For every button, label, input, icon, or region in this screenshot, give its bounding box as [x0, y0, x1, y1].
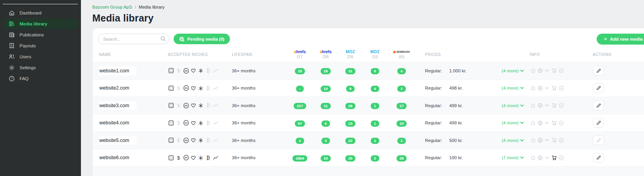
edit-button[interactable]	[593, 101, 604, 110]
price-value: 498 kr.	[449, 86, 463, 90]
sidebar-item-payouts[interactable]: $ Payouts	[4, 40, 77, 51]
website-name[interactable]: website4.com	[99, 119, 136, 127]
adult-18plus-icon: 18+	[183, 137, 189, 144]
website-name[interactable]: website6.com	[99, 153, 136, 162]
pencil-icon	[596, 138, 601, 143]
pending-media-button[interactable]: Pending media (0)	[174, 34, 230, 44]
globe-icon	[537, 67, 544, 74]
table-row: website6.com $ 18+ ₿ 36+ months 2664 33 …	[93, 149, 644, 167]
ot-badge: 227	[294, 103, 306, 109]
metric-da-cell: 31	[338, 67, 362, 74]
adult-18plus-icon: 18+	[183, 102, 189, 109]
sidebar-item-dashboard[interactable]: Dashboard	[4, 7, 77, 18]
name-cell: website3.com	[99, 101, 168, 110]
edit-button[interactable]	[593, 66, 604, 75]
price-type-label: Regular:	[425, 86, 449, 90]
ss-badge: 4	[371, 86, 379, 92]
da-badge: 31	[345, 68, 356, 74]
metric-da-cell: 22	[338, 136, 362, 144]
dollar-icon: $	[175, 102, 182, 109]
more-prices-label: (4 more)	[502, 138, 518, 143]
metric-dr-cell: 6	[313, 119, 338, 127]
edit-button[interactable]	[593, 135, 604, 145]
svg-text:?: ?	[11, 77, 13, 80]
sidebar-item-settings[interactable]: Settings	[4, 62, 77, 73]
website-name[interactable]: website3.com	[99, 101, 136, 110]
table-body: website1.com $ 18+ ₿ 36+ months 20 28 31	[93, 62, 644, 166]
more-prices-toggle[interactable]: (4 more)	[502, 120, 527, 125]
pencil-icon	[596, 68, 601, 74]
bitcoin-icon: ₿	[205, 102, 212, 109]
sidebar-item-media-library[interactable]: Media library	[4, 18, 77, 29]
da-badge: 26	[345, 103, 356, 109]
trading-chart-icon	[212, 137, 219, 144]
accepted-niches-cell: $ 18+ ₿	[168, 85, 232, 92]
website-name[interactable]: website5.com	[99, 136, 136, 145]
lifespan-cell: 36+ months	[232, 138, 287, 143]
dr-badge: 10	[321, 86, 331, 92]
receipt-dollar-icon: $	[9, 43, 15, 49]
svg-text:W: W	[560, 139, 563, 142]
more-prices-toggle[interactable]: (4 more)	[502, 138, 527, 143]
price-type-label: Regular:	[425, 120, 449, 125]
actions-cell	[587, 118, 644, 128]
dr-badge: 6	[321, 120, 330, 127]
svg-text:18+: 18+	[184, 156, 188, 159]
trading-chart-icon	[212, 67, 219, 74]
col-header-niches: ACCEPTED NICHES	[168, 52, 232, 57]
lifespan-cell: 36+ months	[232, 103, 287, 108]
col-header-name: NAME	[99, 52, 168, 57]
sidebar-nav: Dashboard Media library Publications $ P…	[0, 7, 81, 84]
metric-as-cell: 4	[387, 67, 416, 74]
bitcoin-icon: ₿	[205, 154, 212, 161]
col-header-lifespan: LIFESPAN	[232, 52, 287, 57]
website-name[interactable]: website2.com	[99, 84, 136, 92]
heart-icon	[190, 85, 197, 92]
breadcrumb-root-link[interactable]: Bazoom Group ApS	[92, 5, 132, 9]
add-new-media-button[interactable]: + Add new media	[597, 34, 644, 45]
svg-text:$: $	[11, 44, 13, 47]
adult-18plus-icon: 18+	[183, 85, 189, 92]
cart-icon	[551, 102, 558, 109]
heart-icon	[190, 67, 197, 74]
search-input[interactable]	[98, 34, 169, 44]
accepted-niches-cell: $ 18+ ₿	[168, 137, 232, 144]
sidebar-item-publications[interactable]: Publications	[4, 29, 77, 40]
breadcrumb-current: Media library	[139, 5, 165, 9]
dollar-icon: $	[175, 67, 182, 74]
metric-ot-cell: 2664	[287, 154, 313, 162]
metric-dr-cell: 11	[313, 102, 338, 109]
toolbar: Pending media (0) + Add new media	[98, 34, 644, 44]
price-value: 100 kr.	[449, 155, 463, 160]
info-cell: ✂ W	[527, 137, 587, 144]
home-icon	[530, 102, 536, 109]
ot-badge: 97	[295, 120, 305, 127]
pencil-icon	[596, 155, 601, 160]
sidebar-item-faq[interactable]: ? FAQ	[4, 73, 77, 84]
edit-button[interactable]	[593, 83, 604, 93]
more-prices-toggle[interactable]: (4 more)	[502, 68, 527, 73]
more-prices-toggle[interactable]: (4 more)	[502, 103, 527, 108]
cannabis-icon	[197, 154, 204, 161]
more-prices-toggle[interactable]: (4 more)	[502, 86, 527, 90]
metric-ss-cell: 1	[362, 119, 387, 127]
chevron-down-icon	[520, 156, 524, 159]
sidebar-item-users[interactable]: Users	[4, 51, 77, 62]
table-row: website5.com $ 18+ ₿ 36+ months 2 3 22	[93, 131, 644, 149]
pencil-icon	[596, 103, 601, 108]
info-cell: ✂ W	[527, 154, 587, 161]
edit-button[interactable]	[593, 118, 604, 128]
library-icon	[9, 21, 15, 27]
chevron-down-icon	[520, 104, 524, 107]
casino-dice-icon	[168, 154, 174, 161]
website-name[interactable]: website1.com	[99, 66, 136, 75]
chevron-down-icon	[520, 139, 524, 142]
edit-button[interactable]	[593, 153, 604, 163]
cannabis-icon	[197, 137, 204, 144]
more-prices-toggle[interactable]: (7 more)	[502, 155, 527, 160]
da-badge: 25	[345, 155, 356, 162]
metric-ss-cell: 1	[362, 136, 387, 144]
sidebar-divider	[3, 4, 78, 4]
svg-text:18+: 18+	[184, 122, 188, 124]
globe-icon	[537, 120, 544, 126]
